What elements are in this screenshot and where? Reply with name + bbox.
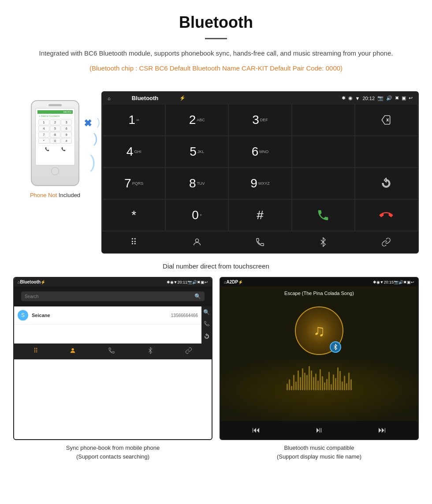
phone-home-button bbox=[51, 167, 59, 175]
pb-time: 20:11 bbox=[177, 280, 187, 284]
phonebook-bottom-nav: ⠿ bbox=[14, 343, 212, 359]
music-vol-icon: 🔊 bbox=[398, 280, 403, 284]
key-9[interactable]: 9WXYZ bbox=[228, 168, 291, 199]
contact-row-seicane[interactable]: S Seicane 13566664466 bbox=[14, 306, 201, 325]
phone-illustration: ) ) ) ✖ MOTO + Add to Contacts 123 456 7… bbox=[31, 100, 79, 188]
pb-win-icon: ▣ bbox=[201, 280, 205, 284]
svg-point-3 bbox=[72, 348, 74, 351]
music-album-art: ♫ bbox=[295, 306, 343, 355]
music-status-bar: ⌂ A2DP ⚡ ✱ ◉ ▼ 20:15 📷 🔊 ✖ ▣ ↩ bbox=[220, 278, 418, 286]
key-1[interactable]: 1∞ bbox=[102, 104, 165, 136]
refresh-side-icon[interactable] bbox=[204, 333, 210, 341]
page-header: Bluetooth Integrated with BC6 Bluetooth … bbox=[0, 0, 432, 87]
nav-dialpad[interactable]: ⠿ bbox=[102, 231, 165, 253]
search-placeholder: Search bbox=[25, 294, 39, 299]
prev-icon[interactable]: ⏮ bbox=[252, 426, 260, 435]
key-7[interactable]: 7PQRS bbox=[102, 168, 165, 199]
music-note-icon: ♫ bbox=[313, 321, 325, 340]
nav-link[interactable] bbox=[355, 231, 418, 253]
phone-speaker bbox=[48, 104, 62, 106]
pb-close-icon: ✖ bbox=[197, 280, 201, 284]
phone-not-included-label: Phone Not Included bbox=[30, 192, 80, 198]
bluetooth-specs: (Bluetooth chip : CSR BC6 Default Blueto… bbox=[26, 63, 406, 74]
phonebook-screenshot-item: ⌂ Bluetooth ⚡ ✱ ◉ ▼ 20:11 📷 🔊 ✖ ▣ ↩ Sear… bbox=[13, 277, 212, 461]
play-pause-icon[interactable]: ⏯ bbox=[315, 426, 323, 435]
contact-avatar: S bbox=[18, 310, 28, 321]
pb-usb-icon: ⚡ bbox=[41, 280, 45, 284]
key-6[interactable]: 6MNO bbox=[228, 136, 291, 168]
key-star[interactable]: * bbox=[102, 199, 165, 231]
music-controls: ⏮ ⏯ ⏭ bbox=[220, 421, 418, 439]
pb-nav-contacts[interactable] bbox=[69, 347, 76, 356]
music-loc-icon: ◉ bbox=[376, 280, 380, 284]
music-win-icon: ▣ bbox=[407, 280, 411, 284]
music-signal-icon: ▼ bbox=[380, 280, 384, 284]
pb-nav-link[interactable] bbox=[185, 347, 192, 356]
keypad-grid: 1∞ 2ABC 3DEF 4GHI 5JKL bbox=[102, 104, 418, 231]
close-icon: ✖ bbox=[395, 95, 399, 101]
phonebook-status-bar: ⌂ Bluetooth ⚡ ✱ ◉ ▼ 20:11 📷 🔊 ✖ ▣ ↩ bbox=[14, 278, 212, 286]
next-icon[interactable]: ⏭ bbox=[378, 426, 386, 435]
music-header-title: A2DP bbox=[226, 280, 238, 284]
music-caption: Bluetooth music compatible (Support disp… bbox=[220, 440, 419, 461]
key-5[interactable]: 5JKL bbox=[165, 136, 228, 168]
pb-vol-icon: 🔊 bbox=[192, 280, 197, 284]
call-side-icon[interactable] bbox=[204, 321, 210, 328]
key-refresh[interactable] bbox=[355, 168, 418, 199]
time-display: 20:12 bbox=[362, 96, 375, 101]
music-close-icon: ✖ bbox=[403, 280, 407, 284]
status-left: ⌂ Bluetooth ⚡ bbox=[108, 95, 186, 101]
nav-calls[interactable] bbox=[228, 231, 291, 253]
svg-point-2 bbox=[195, 239, 198, 242]
music-back-icon: ↩ bbox=[411, 280, 414, 284]
pb-back-icon: ↩ bbox=[205, 280, 208, 284]
nav-bluetooth[interactable] bbox=[292, 231, 355, 253]
pb-nav-calls[interactable] bbox=[108, 347, 115, 356]
phone-body: MOTO + Add to Contacts 123 456 789 *0# 📞… bbox=[31, 100, 79, 186]
phone-screen: MOTO + Add to Contacts 123 456 789 *0# 📞… bbox=[35, 108, 75, 165]
key-hash[interactable]: # bbox=[228, 199, 291, 231]
pb-bt-icon: ✱ bbox=[167, 280, 170, 284]
music-bt-icon: ✱ bbox=[373, 280, 376, 284]
back-icon: ↩ bbox=[409, 95, 413, 101]
android-bluetooth-screen: ⌂ Bluetooth ⚡ ✱ ◉ ▼ 20:12 📷 🔊 ✖ ▣ ↩ 1∞ bbox=[101, 91, 419, 254]
key-delete[interactable] bbox=[355, 104, 418, 136]
key-3[interactable]: 3DEF bbox=[228, 104, 291, 136]
music-cam-icon: 📷 bbox=[394, 280, 398, 284]
contact-phone: 13566664466 bbox=[171, 313, 198, 318]
pb-cam-icon: 📷 bbox=[187, 280, 192, 284]
status-right: ✱ ◉ ▼ 20:12 📷 🔊 ✖ ▣ ↩ bbox=[342, 95, 413, 101]
music-screenshot-item: ⌂ A2DP ⚡ ✱ ◉ ▼ 20:15 📷 🔊 ✖ ▣ ↩ Escape (T… bbox=[220, 277, 419, 461]
window-icon: ▣ bbox=[402, 95, 406, 101]
header-description: Integrated with BC6 Bluetooth module, su… bbox=[26, 48, 406, 59]
music-time: 20:15 bbox=[384, 280, 394, 284]
signal-icon: ▼ bbox=[355, 96, 360, 101]
key-call[interactable] bbox=[292, 199, 355, 231]
music-song-title: Escape (The Pina Colada Song) bbox=[220, 286, 418, 298]
key-hangup[interactable] bbox=[355, 199, 418, 231]
key-4[interactable]: 4GHI bbox=[102, 136, 165, 168]
pb-header-title: Bluetooth bbox=[20, 280, 41, 284]
key-empty-3 bbox=[355, 136, 418, 168]
status-center-title: Bluetooth bbox=[132, 95, 159, 101]
phonebook-contacts-list: S Seicane 13566664466 bbox=[14, 306, 201, 343]
page-title: Bluetooth bbox=[26, 13, 406, 32]
key-2[interactable]: 2ABC bbox=[165, 104, 228, 136]
key-empty-4 bbox=[292, 168, 355, 199]
pb-nav-bluetooth[interactable] bbox=[147, 347, 154, 356]
nav-contacts[interactable] bbox=[165, 231, 228, 253]
divider bbox=[205, 38, 227, 39]
phonebook-search-bar[interactable]: Search 🔍 bbox=[21, 291, 205, 301]
key-8[interactable]: 8TUV bbox=[165, 168, 228, 199]
music-visualizer bbox=[224, 364, 414, 390]
pb-nav-dialpad[interactable]: ⠿ bbox=[34, 347, 38, 356]
bottom-navigation: ⠿ bbox=[102, 231, 418, 253]
search-side-icon[interactable]: 🔍 bbox=[203, 309, 210, 315]
bottom-screenshots: ⌂ Bluetooth ⚡ ✱ ◉ ▼ 20:11 📷 🔊 ✖ ▣ ↩ Sear… bbox=[0, 277, 432, 470]
key-0[interactable]: 0+ bbox=[165, 199, 228, 231]
pb-loc-icon: ◉ bbox=[170, 280, 174, 284]
search-icon: 🔍 bbox=[194, 293, 201, 299]
bluetooth-badge-icon bbox=[330, 341, 341, 353]
main-content-area: ) ) ) ✖ MOTO + Add to Contacts 123 456 7… bbox=[0, 87, 432, 258]
camera-icon: 📷 bbox=[377, 95, 384, 101]
